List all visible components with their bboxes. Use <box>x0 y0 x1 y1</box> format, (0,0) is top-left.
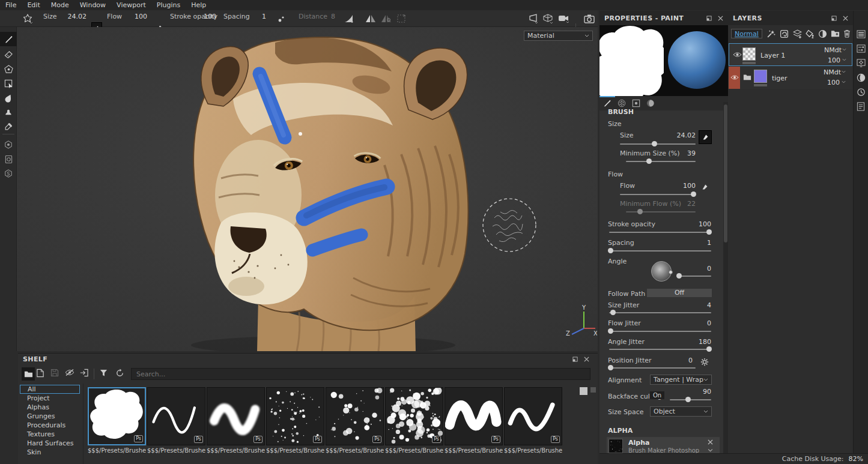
shading-mode-select[interactable]: Material <box>524 31 593 41</box>
perspective-view-icon[interactable] <box>527 14 539 24</box>
falloff-icon[interactable] <box>344 14 354 23</box>
angle-jitter-slider[interactable] <box>609 349 711 350</box>
menu-help[interactable]: Help <box>186 0 211 10</box>
spacing-slider[interactable] <box>609 250 711 252</box>
layer-opacity[interactable]: 100 <box>827 79 840 86</box>
material-picker-tool-button[interactable] <box>0 119 17 134</box>
layer-visibility-icon[interactable] <box>733 52 742 58</box>
brush-preset-tile[interactable]: Ps <box>147 387 205 445</box>
brush-preset-tile[interactable]: Ps <box>445 387 503 445</box>
layer-name[interactable]: Layer 1 <box>760 52 785 59</box>
chevron-down-icon[interactable] <box>842 48 846 51</box>
flow-slider[interactable] <box>620 194 696 195</box>
shader-settings-icon[interactable] <box>857 73 866 82</box>
layer-channels[interactable]: NMdt <box>824 68 841 76</box>
follow-path-toggle[interactable]: Off <box>647 289 712 297</box>
add-folder-icon[interactable] <box>831 29 840 37</box>
layer-visibility-icon[interactable] <box>730 74 739 80</box>
layers-panel-toggle-icon[interactable] <box>857 30 866 38</box>
build-up-icon[interactable] <box>278 15 286 23</box>
close-panel-icon[interactable] <box>718 16 723 21</box>
thumbnail-size-large-button[interactable] <box>580 387 587 395</box>
expand-alpha-icon[interactable] <box>708 448 713 452</box>
layer-row[interactable]: tiger NMdt 100 <box>729 67 852 89</box>
shelf-category-hard-surfaces[interactable]: Hard Surfaces <box>20 439 80 448</box>
menu-mode[interactable]: Mode <box>46 0 74 10</box>
shelf-new-resource-button[interactable] <box>36 369 44 378</box>
angle-jitter-value[interactable]: 180 <box>684 338 711 346</box>
min-size-value[interactable]: 39 <box>672 149 696 157</box>
shelf-category-procedurals[interactable]: Procedurals <box>20 421 80 430</box>
size-value[interactable]: 24.02 <box>666 131 696 139</box>
menu-edit[interactable]: Edit <box>22 0 45 10</box>
tab-stencil[interactable] <box>632 99 640 107</box>
smudge-tool-button[interactable] <box>0 91 17 105</box>
camera-view-icon[interactable] <box>558 14 571 23</box>
polygon-fill-tool-button[interactable] <box>0 76 17 91</box>
shelf-hide-resources-button[interactable] <box>65 369 74 376</box>
blend-mode-select[interactable]: Normal <box>731 29 762 38</box>
add-mask-icon[interactable] <box>818 29 827 38</box>
folder-icon[interactable] <box>743 74 751 80</box>
position-jitter-value[interactable]: 0 <box>669 357 693 364</box>
size-slider[interactable] <box>620 143 696 145</box>
particles-resource-button[interactable] <box>0 137 17 152</box>
projection-tool-button[interactable] <box>0 62 17 76</box>
angle-slider[interactable] <box>678 276 711 277</box>
stroke-shape-icon[interactable] <box>22 13 34 25</box>
brush-preset-tile[interactable]: Ps <box>385 387 443 445</box>
flow-jitter-value[interactable]: 0 <box>684 319 711 327</box>
toolbar-spacing-value[interactable]: 1 <box>249 13 266 20</box>
tab-brush[interactable] <box>603 99 612 107</box>
shelf-refresh-icon[interactable] <box>115 369 124 378</box>
add-fill-layer-icon[interactable] <box>806 29 815 38</box>
undock-panel-icon[interactable] <box>831 16 837 21</box>
size-space-select[interactable]: Object <box>650 406 712 417</box>
backface-toggle[interactable]: On <box>650 391 664 399</box>
angle-value[interactable]: 0 <box>690 265 711 273</box>
menu-file[interactable]: File <box>0 0 22 10</box>
shelf-folder-button[interactable] <box>22 367 35 381</box>
layer-opacity[interactable]: 100 <box>828 56 840 64</box>
material-preview[interactable] <box>664 25 728 96</box>
close-panel-icon[interactable] <box>584 357 589 362</box>
paint-tool-button[interactable] <box>0 32 17 46</box>
menu-window[interactable]: Window <box>74 0 111 10</box>
toolbar-flow-value[interactable]: 100 <box>129 13 147 20</box>
tab-material[interactable] <box>646 99 655 107</box>
shelf-category-grunges[interactable]: Grunges <box>20 412 80 421</box>
substance-asset-button[interactable] <box>0 166 17 181</box>
add-effect-icon[interactable] <box>766 29 775 38</box>
layer-channels[interactable]: NMdt <box>824 46 842 54</box>
min-size-slider[interactable] <box>626 161 696 162</box>
properties-scrollbar[interactable] <box>723 102 728 453</box>
stroke-opacity-slider[interactable] <box>609 232 711 233</box>
layer-thumbnail[interactable] <box>754 70 767 83</box>
angle-dial[interactable] <box>651 261 672 282</box>
clone-tool-button[interactable] <box>0 105 17 119</box>
stroke-opacity-value[interactable]: 100 <box>684 220 711 228</box>
shelf-category-textures[interactable]: Textures <box>20 430 80 439</box>
brush-preset-tile[interactable]: Ps <box>326 387 384 445</box>
symmetry-icon[interactable] <box>365 14 376 23</box>
tab-alpha-pattern[interactable] <box>618 99 626 107</box>
viewport-3d[interactable]: Material Y X Z Y X Z <box>17 27 598 351</box>
spacing-value[interactable]: 1 <box>684 239 711 247</box>
delete-layer-icon[interactable] <box>843 29 851 38</box>
shelf-category-project[interactable]: Project <box>20 394 80 403</box>
shelf-search-input[interactable] <box>131 368 590 380</box>
position-jitter-slider[interactable] <box>609 367 696 369</box>
resource-document-button[interactable] <box>0 152 17 166</box>
size-jitter-value[interactable]: 4 <box>684 301 711 309</box>
brush-preset-tile[interactable]: Ps <box>266 387 324 445</box>
chevron-down-icon[interactable] <box>842 80 846 83</box>
eraser-tool-button[interactable] <box>0 47 17 62</box>
log-icon[interactable] <box>857 102 865 111</box>
toolbar-stroke-opacity-value[interactable]: 100 <box>199 13 216 20</box>
texture-set-settings-icon[interactable] <box>857 44 866 53</box>
remove-alpha-icon[interactable] <box>708 439 713 445</box>
shelf-category-skin[interactable]: Skin <box>20 448 80 457</box>
layer-name[interactable]: tiger <box>772 74 788 82</box>
flow-value[interactable]: 100 <box>672 182 696 190</box>
chevron-down-icon[interactable] <box>842 70 846 73</box>
